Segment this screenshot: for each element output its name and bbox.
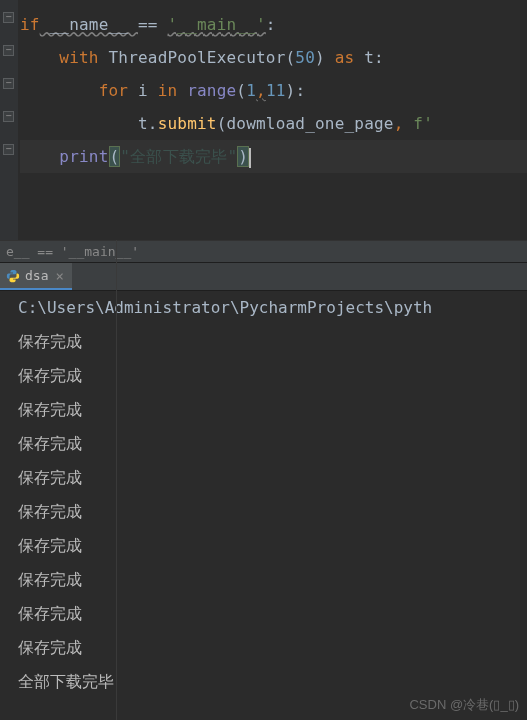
code-line[interactable]: with ThreadPoolExecutor(50) as t: [20, 41, 527, 74]
console-line: 保存完成 [0, 325, 527, 359]
editor-gutter [0, 0, 18, 240]
console-line: 保存完成 [0, 597, 527, 631]
console-line: 保存完成 [0, 563, 527, 597]
code-line[interactable]: t.submit(dowmload_one_page, f' [20, 107, 527, 140]
console-line: 保存完成 [0, 529, 527, 563]
console-line: 保存完成 [0, 393, 527, 427]
code-line[interactable]: if __name__ == '__main__': [20, 8, 527, 41]
close-icon[interactable]: × [53, 268, 65, 284]
breadcrumb-text: e__ == '__main__' [6, 244, 139, 259]
code-content[interactable]: if __name__ == '__main__': with ThreadPo… [0, 0, 527, 173]
fold-marker-icon[interactable] [3, 78, 14, 89]
console-tab-bar: dsa × [0, 263, 527, 291]
tab-label: dsa [25, 268, 48, 283]
breadcrumb[interactable]: e__ == '__main__' [0, 240, 527, 263]
console-output[interactable]: C:\Users\Administrator\PycharmProjects\p… [0, 291, 527, 716]
fold-marker-icon[interactable] [3, 12, 14, 23]
console-line: 保存完成 [0, 631, 527, 665]
text-cursor [249, 148, 251, 168]
console-line: 保存完成 [0, 461, 527, 495]
console-line: 保存完成 [0, 359, 527, 393]
console-tab[interactable]: dsa × [0, 263, 72, 290]
code-line-current[interactable]: print("全部下载完毕") [20, 140, 527, 173]
fold-marker-icon[interactable] [3, 144, 14, 155]
watermark: CSDN @冷巷(▯_▯) [409, 696, 519, 714]
python-icon [6, 269, 20, 283]
console-line: 保存完成 [0, 495, 527, 529]
fold-marker-icon[interactable] [3, 45, 14, 56]
indent-guide [116, 291, 117, 716]
code-editor[interactable]: if __name__ == '__main__': with ThreadPo… [0, 0, 527, 240]
code-line[interactable]: for i in range(1,11): [20, 74, 527, 107]
fold-marker-icon[interactable] [3, 111, 14, 122]
console-line: C:\Users\Administrator\PycharmProjects\p… [0, 291, 527, 325]
console-line: 保存完成 [0, 427, 527, 461]
console-line: 全部下载完毕 [0, 665, 527, 699]
